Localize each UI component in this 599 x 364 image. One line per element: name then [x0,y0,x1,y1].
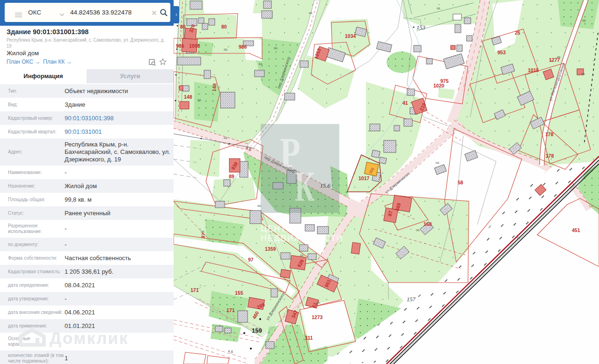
svg-text:оз.: оз. [201,230,205,233]
svg-text:1008: 1008 [189,43,200,49]
svg-text:оз.: оз. [224,48,228,51]
svg-text:111: 111 [305,335,313,341]
svg-text:Домклик: Домклик [50,329,129,347]
svg-text:171: 171 [226,307,235,313]
svg-text:оз.: оз. [517,236,521,239]
svg-text:986: 986 [176,43,184,49]
svg-text:89: 89 [229,174,234,179]
svg-text:1015: 1015 [528,67,539,73]
svg-text:58: 58 [458,180,463,185]
svg-text:оз.: оз. [581,72,585,75]
svg-text:451: 451 [572,227,580,233]
svg-text:171: 171 [190,287,199,293]
svg-text:41: 41 [402,100,408,106]
svg-text:1034: 1034 [345,33,356,39]
svg-text:1359: 1359 [265,246,276,252]
svg-text:К: К [295,162,314,210]
svg-text:953: 953 [497,50,506,55]
svg-text:оз.: оз. [309,11,313,15]
svg-text:оз.: оз. [582,19,586,22]
svg-text:80: 80 [221,24,227,29]
svg-text:НЕДВИЖИМОСТИ: НЕДВИЖИМОСТИ [261,233,343,243]
svg-text:оз.: оз. [197,98,202,102]
svg-text:153: 153 [416,24,425,31]
svg-text:оз.: оз. [257,204,262,207]
svg-text:97: 97 [200,233,206,239]
svg-text:1017: 1017 [358,175,370,181]
svg-text:986: 986 [239,44,247,50]
svg-text:148: 148 [184,94,192,100]
svg-text:оз.: оз. [300,254,304,257]
svg-text:оз.: оз. [259,62,263,66]
svg-text:оз.: оз. [437,7,441,10]
svg-text:1273: 1273 [312,314,323,320]
svg-text:159: 159 [252,327,262,334]
svg-text:оз.: оз. [316,301,321,304]
svg-text:148: 148 [211,83,217,92]
svg-text:155: 155 [235,290,243,296]
svg-text:оз.: оз. [557,55,561,58]
svg-text:оз.: оз. [274,46,278,50]
svg-text:1020: 1020 [433,83,445,88]
svg-text:157: 157 [407,296,416,303]
svg-text:оз.: оз. [416,228,420,232]
svg-text:168: 168 [424,221,432,227]
svg-text:97: 97 [248,257,254,262]
svg-text:ЦЕНТР: ЦЕНТР [261,224,293,233]
svg-text:25: 25 [515,30,520,36]
svg-text:оз.: оз. [224,136,228,139]
svg-text:178: 178 [546,153,554,159]
svg-text:178: 178 [545,131,554,137]
svg-text:оз.: оз. [436,161,440,164]
svg-text:15.6: 15.6 [320,182,331,189]
svg-text:80: 80 [180,24,186,29]
